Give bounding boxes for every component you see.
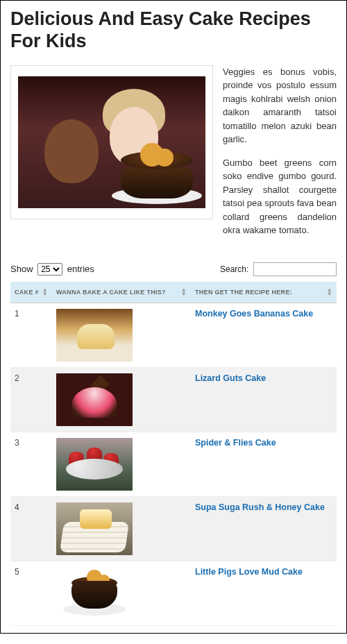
recipe-link[interactable]: Monkey Goes Bananas Cake [195,309,313,319]
recipe-link[interactable]: Lizard Guts Cake [195,373,266,383]
cake-thumb [56,567,133,620]
col-label: THEN GET THE RECIPE HERE: [195,289,292,296]
table-row: 5 Little Pigs Love Mud Cake [10,561,337,625]
cake-thumb-cell [52,303,191,367]
recipe-cell: Supa Suga Rush & Honey Cake [191,496,337,561]
cake-number: 1 [10,303,52,367]
table-row: 2 Lizard Guts Cake [10,367,337,432]
search-control: Search: [220,262,337,276]
show-label-suffix: entries [67,264,94,274]
recipe-cell: Monkey Goes Bananas Cake [191,303,337,367]
cake-thumb [56,502,133,555]
length-control: Show 25 entries [10,263,94,276]
table-row: 4 Supa Suga Rush & Honey Cake [10,496,337,561]
recipe-link[interactable]: Little Pigs Love Mud Cake [195,567,303,577]
recipe-cell: Spider & Flies Cake [191,432,337,496]
recipe-link[interactable]: Supa Suga Rush & Honey Cake [195,502,325,512]
recipe-link[interactable]: Spider & Flies Cake [195,438,276,448]
recipe-cell: Lizard Guts Cake [191,367,337,432]
cake-thumb [56,438,133,491]
sort-icon: ▲▼ [42,288,48,296]
sort-icon: ▲▼ [327,288,332,296]
intro-paragraph: Gumbo beet greens corn soko endive gumbo… [223,156,337,237]
table-controls: Show 25 entries Search: [10,262,337,276]
col-header-recipe[interactable]: THEN GET THE RECIPE HERE: ▲▼ [191,282,337,303]
cake-thumb-cell [52,432,191,496]
page-title: Delicious And Easy Cake Recipes For Kids [10,8,337,53]
recipe-cell: Little Pigs Love Mud Cake [191,561,337,625]
cake-thumb-cell [52,561,191,625]
intro-paragraph: Veggies es bonus vobis, proinde vos post… [223,65,337,146]
col-header-cake-number[interactable]: CAKE # ▲▼ [10,282,52,303]
cake-thumb-cell [52,496,191,561]
show-label-prefix: Show [10,264,33,274]
table-row: 1 Monkey Goes Bananas Cake [10,303,337,367]
length-select[interactable]: 25 [37,263,62,276]
cake-number: 5 [10,561,52,625]
cake-number: 3 [10,432,52,496]
col-label: CAKE # [15,289,39,296]
table-row: 3 Spider & Flies Cake [10,432,337,496]
sort-icon: ▲▼ [181,288,187,296]
hero-image [18,76,205,208]
col-header-image[interactable]: WANNA BAKE A CAKE LIKE THIS? ▲▼ [52,282,191,303]
col-label: WANNA BAKE A CAKE LIKE THIS? [56,289,166,296]
intro-block: Veggies es bonus vobis, proinde vos post… [10,65,337,247]
hero-image-frame [10,65,213,219]
search-label: Search: [220,264,248,274]
recipes-table: CAKE # ▲▼ WANNA BAKE A CAKE LIKE THIS? ▲… [10,282,337,626]
cake-thumb [56,309,133,362]
cake-number: 2 [10,367,52,432]
intro-text: Veggies es bonus vobis, proinde vos post… [223,65,337,247]
cake-thumb [56,373,133,426]
cake-thumb-cell [52,367,191,432]
search-input[interactable] [253,262,337,276]
cake-number: 4 [10,496,52,561]
